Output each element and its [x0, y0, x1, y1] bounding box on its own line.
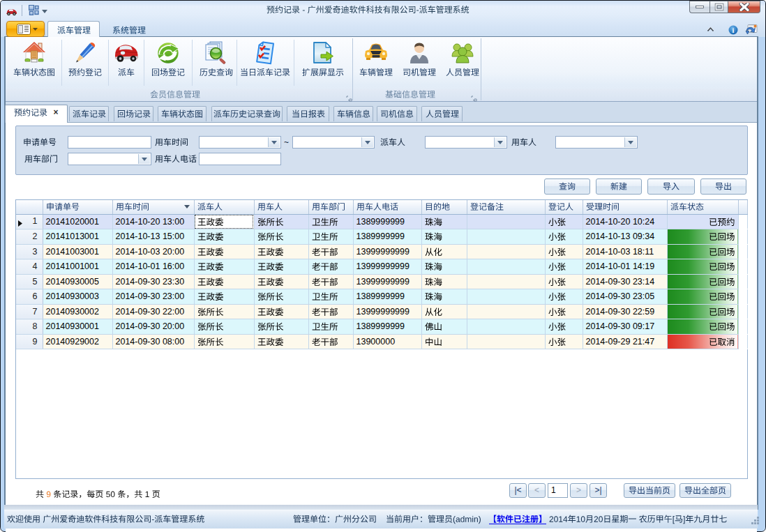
svg-text:i: i — [733, 26, 735, 34]
